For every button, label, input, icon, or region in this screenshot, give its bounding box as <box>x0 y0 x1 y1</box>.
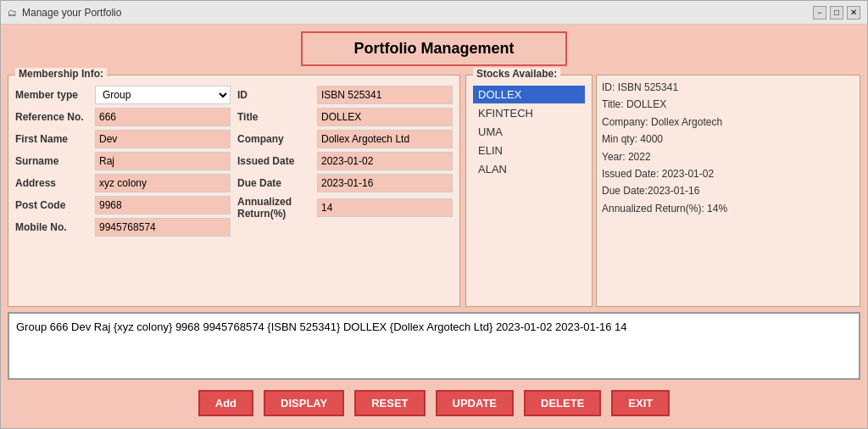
output-box: Group 666 Dev Raj {xyz colony} 9968 9945… <box>8 312 860 380</box>
issued-date-input[interactable] <box>317 152 453 170</box>
member-type-label: Member type <box>15 89 92 101</box>
company-input[interactable] <box>317 130 453 148</box>
membership-box-label: Membership Info: <box>15 68 107 80</box>
right-form-section: ID Title Company Issued Date <box>237 86 453 237</box>
app-title: Portfolio Management <box>301 31 566 66</box>
address-row: Address <box>15 174 231 192</box>
company-label: Company <box>237 133 314 145</box>
detail-year: Year: 2022 <box>602 148 854 165</box>
annualized-label: Annualized Return(%) <box>237 196 314 220</box>
title-bar-controls: － □ ✕ <box>813 6 860 20</box>
detail-min-qty: Min qty: 4000 <box>602 131 854 148</box>
stocks-box-label: Stocks Availabe: <box>473 68 560 80</box>
form-grid: Member type Group Individual Corporate R… <box>15 86 453 237</box>
due-date-label: Due Date <box>237 177 314 189</box>
maximize-button[interactable]: □ <box>830 6 843 20</box>
mobile-no-input[interactable] <box>95 218 231 237</box>
title-label: Title <box>237 111 314 123</box>
stock-item-uma[interactable]: UMA <box>473 123 585 141</box>
update-button[interactable]: UPDATE <box>436 390 514 416</box>
address-label: Address <box>15 177 92 189</box>
stock-list: DOLLEX KFINTECH UMA ELIN ALAN <box>473 86 585 178</box>
button-row: Add DISPLAY RESET UPDATE DELETE EXIT <box>8 385 860 421</box>
id-row: ID <box>237 86 453 104</box>
detail-due-date: Due Date:2023-01-16 <box>602 182 854 199</box>
due-date-row: Due Date <box>237 174 453 192</box>
minimize-button[interactable]: － <box>813 6 826 20</box>
stock-item-kfintech[interactable]: KFINTECH <box>473 104 585 122</box>
stock-item-alan[interactable]: ALAN <box>473 160 585 178</box>
first-name-row: First Name <box>15 130 231 148</box>
left-form-section: Member type Group Individual Corporate R… <box>15 86 231 237</box>
stocks-box: Stocks Availabe: DOLLEX KFINTECH UMA ELI… <box>465 75 593 307</box>
exit-button[interactable]: EXIT <box>611 390 670 416</box>
close-button[interactable]: ✕ <box>847 6 860 20</box>
first-name-label: First Name <box>15 133 92 145</box>
issued-date-row: Issued Date <box>237 152 453 170</box>
middle-section: Membership Info: Member type Group Indiv… <box>8 75 860 307</box>
delete-button[interactable]: DELETE <box>524 390 601 416</box>
mobile-no-row: Mobile No. <box>15 218 231 237</box>
stock-item-dollex[interactable]: DOLLEX <box>473 86 585 103</box>
detail-title: Title: DOLLEX <box>602 96 854 113</box>
detail-company: Company: Dollex Argotech <box>602 114 854 131</box>
post-code-input[interactable] <box>95 196 231 214</box>
id-input[interactable] <box>317 86 453 104</box>
reference-no-label: Reference No. <box>15 111 92 123</box>
detail-annualized: Annualized Return(%): 14% <box>602 200 854 217</box>
content-area: Portfolio Management Membership Info: Me… <box>1 25 867 428</box>
detail-id: ID: ISBN 525341 <box>602 79 854 96</box>
title-row: Title <box>237 108 453 126</box>
member-type-select[interactable]: Group Individual Corporate <box>95 86 231 104</box>
reference-no-row: Reference No. <box>15 108 231 126</box>
window-icon: 🗂 <box>8 8 17 18</box>
mobile-no-label: Mobile No. <box>15 221 92 233</box>
member-type-row: Member type Group Individual Corporate <box>15 86 231 104</box>
stock-detail-box: ID: ISBN 525341 Title: DOLLEX Company: D… <box>596 75 860 307</box>
due-date-input[interactable] <box>317 174 453 192</box>
surname-label: Surname <box>15 155 92 167</box>
right-section: Stocks Availabe: DOLLEX KFINTECH UMA ELI… <box>465 75 860 307</box>
surname-input[interactable] <box>95 152 231 170</box>
reference-no-input[interactable] <box>95 108 231 126</box>
membership-box: Membership Info: Member type Group Indiv… <box>8 75 460 307</box>
surname-row: Surname <box>15 152 231 170</box>
add-button[interactable]: Add <box>198 390 253 416</box>
post-code-label: Post Code <box>15 199 92 211</box>
address-input[interactable] <box>95 174 231 192</box>
detail-issued-date: Issued Date: 2023-01-02 <box>602 165 854 182</box>
annualized-row: Annualized Return(%) <box>237 196 453 220</box>
issued-date-label: Issued Date <box>237 155 314 167</box>
title-bar-left: 🗂 Manage your Portfolio <box>8 7 121 19</box>
title-input[interactable] <box>317 108 453 126</box>
annualized-input[interactable] <box>317 198 453 217</box>
id-label: ID <box>237 89 314 101</box>
display-button[interactable]: DISPLAY <box>264 390 344 416</box>
reset-button[interactable]: RESET <box>354 390 425 416</box>
company-row: Company <box>237 130 453 148</box>
main-window: 🗂 Manage your Portfolio － □ ✕ Portfolio … <box>0 0 868 429</box>
window-title: Manage your Portfolio <box>22 7 121 19</box>
post-code-row: Post Code <box>15 196 231 214</box>
first-name-input[interactable] <box>95 130 231 148</box>
output-text: Group 666 Dev Raj {xyz colony} 9968 9945… <box>16 320 627 333</box>
stock-item-elin[interactable]: ELIN <box>473 142 585 159</box>
title-bar: 🗂 Manage your Portfolio － □ ✕ <box>1 1 867 25</box>
